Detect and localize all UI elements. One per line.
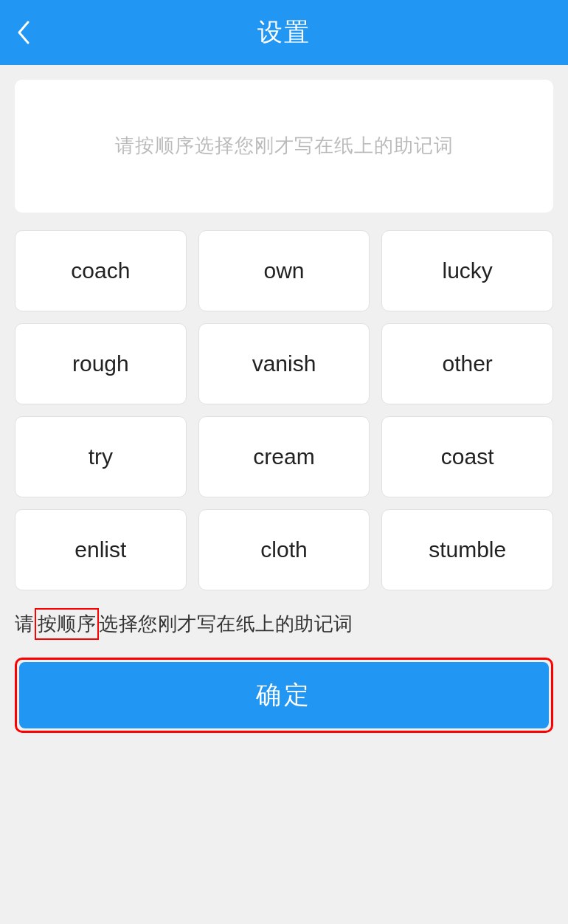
word-btn-vanish[interactable]: vanish [198,323,370,404]
word-btn-own[interactable]: own [198,230,370,311]
main-content: 请按顺序选择您刚才写在纸上的助记词 coachownluckyroughvani… [0,65,568,924]
page-title: 设置 [257,15,311,49]
instruction-prefix: 请 [15,613,35,635]
instruction-text: 请按顺序选择您刚才写在纸上的助记词 [15,608,553,640]
word-btn-try[interactable]: try [15,416,187,497]
word-btn-cream[interactable]: cream [198,416,370,497]
word-btn-stumble[interactable]: stumble [381,509,553,590]
word-btn-coast[interactable]: coast [381,416,553,497]
word-btn-coach[interactable]: coach [15,230,187,311]
instruction-highlight: 按顺序 [35,608,100,640]
word-btn-rough[interactable]: rough [15,323,187,404]
back-button[interactable] [15,19,32,46]
word-btn-enlist[interactable]: enlist [15,509,187,590]
word-btn-other[interactable]: other [381,323,553,404]
word-btn-lucky[interactable]: lucky [381,230,553,311]
mnemonic-placeholder-text: 请按顺序选择您刚才写在纸上的助记词 [115,131,454,162]
instruction-suffix: 选择您刚才写在纸上的助记词 [99,613,353,635]
mnemonic-display-box: 请按顺序选择您刚才写在纸上的助记词 [15,80,553,213]
words-grid: coachownluckyroughvanishothertrycreamcoa… [15,230,553,590]
word-btn-cloth[interactable]: cloth [198,509,370,590]
app-header: 设置 [0,0,568,65]
confirm-button-wrapper: 确定 [15,658,553,733]
confirm-button[interactable]: 确定 [19,662,549,728]
